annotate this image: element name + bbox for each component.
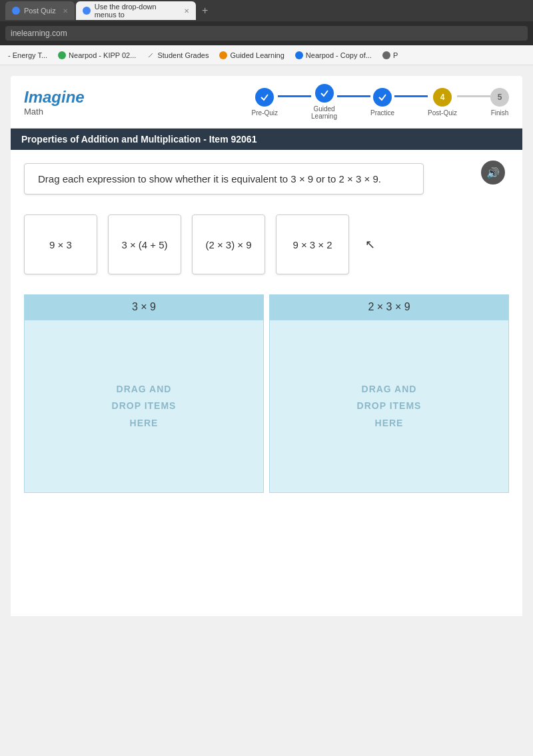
tab-close-1[interactable]: ✕ <box>63 7 68 15</box>
connector-3-4 <box>394 95 428 97</box>
bookmark-label-nearpod2: Nearpod - Copy of... <box>306 51 372 59</box>
tab-close-2[interactable]: ✕ <box>184 7 189 15</box>
bookmark-nearpod2[interactable]: Nearpod - Copy of... <box>292 50 374 61</box>
tab-post-quiz[interactable]: Post Quiz ✕ <box>5 1 75 20</box>
tab-label-1: Post Quiz <box>24 7 56 15</box>
bookmark-icon-p <box>382 51 390 59</box>
connector-2-3 <box>337 95 370 97</box>
step-finish: 5 Finish <box>490 88 509 117</box>
logo-subtitle: Math <box>24 107 85 117</box>
item-title: Properties of Addition and Multiplicatio… <box>21 134 257 145</box>
step-label-1: Pre-Quiz <box>252 109 278 117</box>
bookmark-label-nearpod1: Nearpod - KIPP 02... <box>69 51 136 59</box>
bookmark-label-grades: Student Grades <box>157 51 209 59</box>
drop-zone-divider <box>264 294 269 494</box>
browser-chrome: Post Quiz ✕ Use the drop-down menus to ✕… <box>0 0 533 65</box>
drag-card-label-4: 9 × 3 × 2 <box>292 239 332 250</box>
app-header: Imagine Math Pre-Quiz <box>11 76 522 129</box>
drop-zone-2[interactable]: 2 × 3 × 9 DRAG ANDDROP ITEMSHERE <box>269 294 509 494</box>
tab-favicon-2 <box>83 7 91 15</box>
step-practice: Practice <box>370 88 394 117</box>
step-post-quiz: 4 Post-Quiz <box>428 88 457 117</box>
instruction-wrapper: Drag each expression to show whether it … <box>24 163 509 214</box>
drag-card-label-1: 9 × 3 <box>49 239 72 250</box>
connector-4-5 <box>457 95 490 97</box>
bookmark-icon-nearpod1 <box>58 51 66 59</box>
audio-icon: 🔊 <box>486 167 500 179</box>
step-circle-1 <box>255 88 274 107</box>
drop-zone-body-2[interactable]: DRAG ANDDROP ITEMSHERE <box>269 320 509 493</box>
drag-items-row: 9 × 3 3 × (4 + 5) (2 × 3) × 9 9 × 3 × 2 … <box>24 214 509 274</box>
bookmark-guided[interactable]: Guided Learning <box>217 50 286 61</box>
step-circle-5: 5 <box>490 88 509 107</box>
cursor-indicator: ↖ <box>365 237 375 252</box>
item-header: Properties of Addition and Multiplicatio… <box>11 129 522 150</box>
step-circle-4: 4 <box>433 88 452 107</box>
audio-button[interactable]: 🔊 <box>481 161 505 185</box>
bookmark-label-guided: Guided Learning <box>230 51 284 59</box>
bookmark-nearpod1[interactable]: Nearpod - KIPP 02... <box>55 50 139 61</box>
drag-card-3[interactable]: (2 × 3) × 9 <box>192 214 265 274</box>
drag-card-2[interactable]: 3 × (4 + 5) <box>108 214 181 274</box>
step-circle-2 <box>315 84 334 103</box>
bookmark-grades[interactable]: ⟋ Student Grades <box>144 49 211 61</box>
drop-hint-1: DRAG ANDDROP ITEMSHERE <box>112 381 177 432</box>
tab-favicon-1 <box>12 7 20 15</box>
step-label-2: GuidedLearning <box>311 105 337 120</box>
tab-label-2: Use the drop-down menus to <box>95 3 177 19</box>
step-pre-quiz: Pre-Quiz <box>252 88 278 117</box>
instruction-box: Drag each expression to show whether it … <box>24 163 424 194</box>
tab-dropdown[interactable]: Use the drop-down menus to ✕ <box>76 1 196 20</box>
new-tab-button[interactable]: + <box>197 3 213 19</box>
connector-1-2 <box>278 95 311 97</box>
drop-zone-body-1[interactable]: DRAG ANDDROP ITEMSHERE <box>24 320 264 493</box>
drag-card-label-3: (2 × 3) × 9 <box>205 239 251 250</box>
drop-zone-1[interactable]: 3 × 9 DRAG ANDDROP ITEMSHERE <box>24 294 264 494</box>
main-content: Imagine Math Pre-Quiz <box>0 65 533 756</box>
drop-zone-label-2: 2 × 3 × 9 <box>368 301 410 312</box>
bookmarks-bar: - Energy T... Nearpod - KIPP 02... ⟋ Stu… <box>0 45 533 65</box>
step-label-4: Post-Quiz <box>428 109 457 117</box>
address-bar-row: inelearning.com <box>0 21 533 45</box>
progress-stepper: Pre-Quiz GuidedLearning <box>252 84 509 120</box>
instruction-text: Drag each expression to show whether it … <box>38 173 381 185</box>
step-circle-3 <box>373 88 392 107</box>
drag-card-label-2: 3 × (4 + 5) <box>121 239 167 250</box>
drop-zones: 3 × 9 DRAG ANDDROP ITEMSHERE 2 × 3 × 9 D… <box>24 294 509 494</box>
bookmark-icon-nearpod2 <box>295 51 303 59</box>
drop-zone-label-1: 3 × 9 <box>132 301 156 312</box>
bookmark-p[interactable]: P <box>380 50 400 61</box>
drop-zone-header-1: 3 × 9 <box>24 294 264 320</box>
bookmark-energy[interactable]: - Energy T... <box>5 50 50 61</box>
bookmark-icon-grades: ⟋ <box>147 51 155 60</box>
content-area: Drag each expression to show whether it … <box>11 150 522 616</box>
step-guided-learning: GuidedLearning <box>311 84 337 120</box>
logo-title: Imagine <box>24 88 85 107</box>
bookmark-icon-guided <box>219 51 227 59</box>
address-bar[interactable]: inelearning.com <box>5 26 528 41</box>
drop-hint-2: DRAG ANDDROP ITEMSHERE <box>357 381 422 432</box>
drop-zone-header-2: 2 × 3 × 9 <box>269 294 509 320</box>
drag-card-4[interactable]: 9 × 3 × 2 <box>276 214 349 274</box>
logo-area: Imagine Math <box>24 88 85 117</box>
drag-card-1[interactable]: 9 × 3 <box>24 214 97 274</box>
step-label-5: Finish <box>491 109 509 117</box>
step-label-3: Practice <box>370 109 394 117</box>
bookmark-label-p: P <box>393 51 398 59</box>
tab-bar: Post Quiz ✕ Use the drop-down menus to ✕… <box>0 0 533 21</box>
bookmark-label-energy: - Energy T... <box>8 51 47 59</box>
